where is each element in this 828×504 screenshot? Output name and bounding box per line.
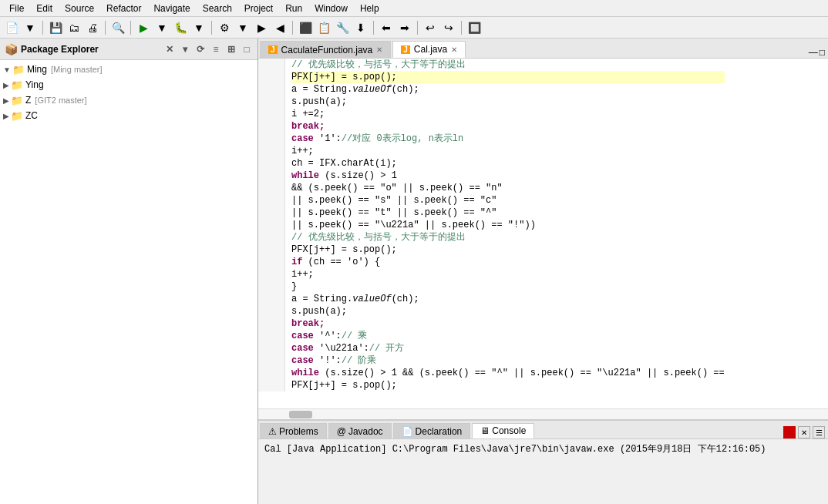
declaration-tab-label: Declaration [416, 426, 463, 437]
ying-label: Ying [25, 79, 44, 90]
calcfunc-tab-close[interactable]: ✕ [376, 45, 382, 54]
console-output: Cal [Java Application] C:\Program Files\… [264, 444, 766, 455]
menu-search[interactable]: Search [197, 2, 238, 15]
h-scrollbar[interactable] [258, 408, 828, 419]
toolbar-btn-9[interactable]: ⬛ [297, 19, 314, 36]
tree-arrow-z: ▶ [3, 96, 9, 105]
problems-tab-icon: ⚠ [268, 426, 277, 437]
toolbar-btn-6[interactable]: ▼ [234, 19, 251, 36]
menu-edit[interactable]: Edit [30, 2, 59, 15]
toolbar-btn-13[interactable]: ⬅ [378, 19, 395, 36]
menu-file[interactable]: File [3, 2, 30, 15]
code-line-26: while (s.size() > 1 && (s.peek() == "^" … [291, 367, 725, 379]
ln-23 [258, 330, 281, 342]
toolbar-btn-11[interactable]: 🔧 [334, 19, 351, 36]
javadoc-tab-label: Javadoc [348, 426, 383, 437]
package-explorer-header: 📦 Package Explorer ✕ ▾ ⟳ ≡ ⊞ □ [0, 39, 257, 60]
ln-14 [258, 219, 281, 231]
menu-window[interactable]: Window [308, 2, 354, 15]
cal-tab-close[interactable]: ✕ [451, 45, 457, 54]
editor-maximize-btn[interactable]: □ [820, 47, 825, 58]
code-line-25: case '!':// 阶乘 [291, 354, 725, 367]
code-editor-wrapper[interactable]: // 优先级比较，与括号，大于等于的提出 PFX[j++] = s.pop();… [258, 59, 828, 408]
panel-minimize-btn[interactable]: ▾ [179, 43, 191, 55]
toolbar: 📄 ▼ 💾 🗂 🖨 🔍 ▶ ▼ 🐛 ▼ ⚙ ▼ ▶ ◀ ⬛ 📋 🔧 ⬇ ⬅ ➡ … [0, 17, 828, 39]
tab-javadoc[interactable]: @ Javadoc [328, 423, 392, 438]
toolbar-btn-14[interactable]: ➡ [396, 19, 413, 36]
code-line-14: || s.peek() == "\u221a" || s.peek() == "… [291, 219, 725, 231]
toolbar-btn-2[interactable]: ▼ [22, 19, 39, 36]
run-dropdown[interactable]: ▼ [153, 19, 170, 36]
save-button[interactable]: 💾 [47, 19, 64, 36]
code-line-11: && (s.peek() == "o" || s.peek() == "n" [291, 182, 725, 194]
tab-problems[interactable]: ⚠ Problems [260, 423, 327, 438]
panel-close-btn[interactable]: ✕ [163, 43, 176, 55]
menu-source[interactable]: Source [59, 2, 100, 15]
toolbar-btn-10[interactable]: 📋 [315, 19, 332, 36]
zc-label: ZC [25, 110, 38, 121]
menu-help[interactable]: Help [354, 2, 385, 15]
code-line-10: while (s.size() > 1 [291, 170, 725, 182]
menu-run[interactable]: Run [279, 2, 308, 15]
sep-2 [105, 21, 106, 35]
panel-menu-btn[interactable]: ⊞ [225, 43, 237, 55]
tree-item-ming[interactable]: ▼ 📁 Ming [Ming master] [0, 62, 257, 77]
tab-declaration[interactable]: 📄 Declaration [393, 423, 471, 438]
code-line-19: } [291, 281, 725, 293]
toolbar-btn-7[interactable]: ▶ [253, 19, 270, 36]
ln-26 [258, 367, 281, 379]
print-button[interactable]: 🖨 [84, 19, 101, 36]
tab-calcfunction[interactable]: J CaculateFunction.java ✕ [260, 41, 391, 58]
tree-item-ying[interactable]: ▶ 📁 Ying [0, 77, 257, 92]
code-line-12: || s.peek() == "s" || s.peek() == "c" [291, 194, 725, 207]
menu-project[interactable]: Project [238, 2, 279, 15]
menu-navigate[interactable]: Navigate [147, 2, 196, 15]
tree-item-z[interactable]: ▶ 📁 Z [GIT2 master] [0, 92, 257, 108]
code-line-3: a = String.valueOf(ch); [291, 83, 725, 96]
run-button[interactable]: ▶ [135, 19, 152, 36]
tree-area: ▼ 📁 Ming [Ming master] ▶ 📁 Ying ▶ 📁 Z [G… [0, 60, 257, 504]
ln-18 [258, 268, 281, 281]
debug-dropdown[interactable]: ▼ [190, 19, 207, 36]
sep-7 [417, 21, 418, 35]
toolbar-btn-15[interactable]: ↩ [422, 19, 439, 36]
toolbar-btn-12[interactable]: ⬇ [352, 19, 369, 36]
ln-11 [258, 182, 281, 194]
tab-console[interactable]: 🖥 Console [472, 423, 534, 438]
ln-19 [258, 281, 281, 293]
toolbar-btn-16[interactable]: ↪ [440, 19, 457, 36]
console-menu-btn[interactable]: ☰ [813, 426, 825, 438]
editor-minimize-btn[interactable]: — [809, 47, 818, 58]
toolbar-btn-5[interactable]: ⚙ [216, 19, 233, 36]
code-line-6: break; [291, 120, 725, 133]
package-explorer-panel: 📦 Package Explorer ✕ ▾ ⟳ ≡ ⊞ □ ▼ 📁 Ming … [0, 39, 258, 504]
code-line-9: ch = IFX.charAt(i); [291, 157, 725, 170]
console-stop-btn[interactable] [783, 426, 796, 438]
code-line-15: // 优先级比较，与括号，大于等于的提出 [291, 231, 725, 244]
toolbar-btn-8[interactable]: ◀ [271, 19, 288, 36]
search-button[interactable]: 🔍 [109, 19, 126, 36]
debug-button[interactable]: 🐛 [172, 19, 189, 36]
ln-5 [258, 108, 281, 120]
new-button[interactable]: 📄 [3, 19, 20, 36]
panel-maxrestore-btn[interactable]: □ [241, 43, 253, 55]
console-close-btn[interactable]: ✕ [798, 426, 810, 438]
menu-refactor[interactable]: Refactor [100, 2, 147, 15]
ming-label: Ming [27, 64, 47, 75]
panel-sync-btn[interactable]: ⟳ [194, 43, 207, 55]
code-content: // 优先级比较，与括号，大于等于的提出 PFX[j++] = s.pop();… [258, 59, 828, 391]
code-line-4: s.push(a); [291, 96, 725, 108]
console-toolbar: ✕ ☰ [780, 426, 828, 438]
tree-item-zc[interactable]: ▶ 📁 ZC [0, 108, 257, 123]
tab-cal[interactable]: J Cal.java ✕ [392, 41, 466, 58]
package-explorer-title: Package Explorer [21, 44, 160, 55]
ln-9 [258, 157, 281, 170]
save-all-button[interactable]: 🗂 [66, 19, 82, 36]
ln-15 [258, 231, 281, 244]
panel-collapse-btn[interactable]: ≡ [210, 43, 222, 55]
ln-7 [258, 133, 281, 145]
toolbar-btn-17[interactable]: 🔲 [466, 19, 483, 36]
ln-3 [258, 83, 281, 96]
menu-bar: File Edit Source Refactor Navigate Searc… [0, 0, 828, 17]
tree-arrow-ying: ▶ [3, 81, 9, 89]
